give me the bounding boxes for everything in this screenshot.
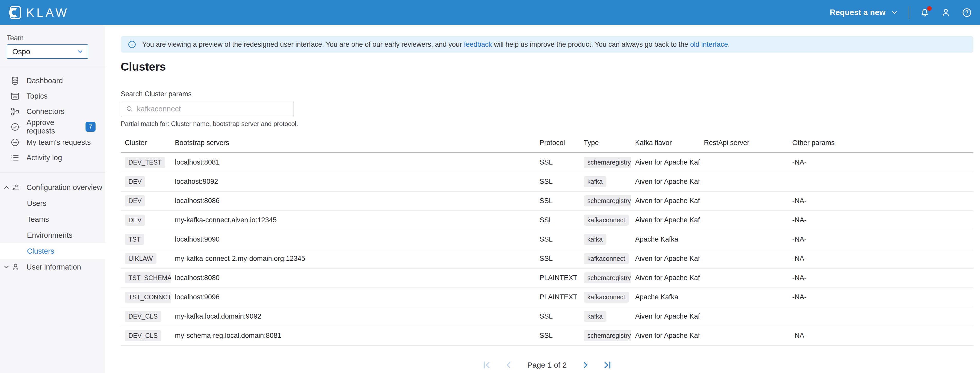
user-icon (940, 7, 951, 18)
table-row: DEVmy-kafka-connect.aiven.io:12345SSLkaf… (121, 211, 973, 230)
banner-text-after: . (728, 41, 730, 48)
table-row: UIKLAWmy-kafka-connect-2.my-domain.org:1… (121, 249, 973, 268)
page-indicator: Page 1 of 2 (527, 361, 566, 370)
previous-page-button[interactable] (504, 360, 514, 370)
klaw-logo[interactable]: KLAW (7, 5, 69, 20)
search-label: Search Cluster params (121, 90, 973, 98)
cluster-chip: UIKLAW (125, 253, 156, 264)
cell-restapi-server (700, 268, 788, 287)
chevron-down-icon (76, 48, 84, 55)
old-interface-link[interactable]: old interface (690, 41, 728, 48)
cell-protocol: SSL (535, 249, 580, 268)
cell-other-params: -NA- (788, 230, 973, 249)
team-select[interactable]: Ospo (7, 44, 88, 59)
sidebar-item-connectors[interactable]: Connectors (0, 104, 105, 119)
table-row: DEV_CLSmy-kafka.local.domain:9092SSLkafk… (121, 307, 973, 326)
cell-protocol: PLAINTEXT (535, 287, 580, 307)
cell-other-params (788, 172, 973, 191)
sidebar-item-label: Activity log (27, 154, 62, 162)
cell-kafka-flavor: Aiven for Apache Kafka (631, 211, 700, 230)
first-page-button[interactable] (482, 360, 492, 370)
cluster-chip: DEV (125, 195, 145, 206)
cell-cluster: TST_CONNCT (121, 287, 171, 307)
type-chip: kafka (584, 234, 606, 245)
sidebar-item-dashboard[interactable]: Dashboard (0, 73, 105, 88)
feedback-link[interactable]: feedback (464, 41, 492, 48)
cell-type: kafkaconnect (580, 211, 631, 230)
cell-bootstrap-servers: my-kafka-connect-2.my-domain.org:12345 (171, 249, 535, 268)
cell-cluster: DEV_TEST (121, 153, 171, 172)
request-a-new-label: Request a new (830, 8, 886, 17)
table-row: DEV_CLSmy-schema-reg.local.domain:8081SS… (121, 326, 973, 345)
cell-restapi-server (700, 287, 788, 307)
cell-other-params: -NA- (788, 249, 973, 268)
column-header-kafka-flavor: Kafka flavor (631, 135, 700, 153)
cell-bootstrap-servers: localhost:9096 (171, 287, 535, 307)
cell-bootstrap-servers: my-kafka.local.domain:9092 (171, 307, 535, 326)
cell-bootstrap-servers: my-schema-reg.local.domain:8081 (171, 326, 535, 345)
search-input[interactable] (137, 105, 289, 113)
last-page-button[interactable] (602, 360, 612, 370)
cell-type: schemaregistry (580, 268, 631, 287)
help-button[interactable] (961, 7, 972, 18)
sidebar-subitem-teams[interactable]: Teams (0, 211, 105, 227)
sidebar-group-user-information[interactable]: User information (0, 259, 105, 275)
cluster-chip: TST_SCHEMA (125, 272, 171, 284)
cell-bootstrap-servers: my-kafka-connect.aiven.io:12345 (171, 211, 535, 230)
type-chip: kafkaconnect (584, 292, 629, 303)
cell-cluster: DEV (121, 172, 171, 191)
sidebar-item-label: Approve requests (27, 118, 79, 135)
cell-type: kafka (580, 172, 631, 191)
topbar-divider (908, 6, 909, 19)
sidebar-group-configuration-overview[interactable]: Configuration overview (0, 179, 105, 195)
cell-type: kafka (580, 307, 631, 326)
cell-protocol: SSL (535, 153, 580, 172)
top-bar: KLAW Request a new (0, 0, 980, 25)
sidebar-item-activity-log[interactable]: Activity log (0, 150, 105, 165)
chevron-down-icon (891, 9, 898, 16)
klaw-logo-icon (7, 5, 22, 20)
cell-cluster: TST_SCHEMA (121, 268, 171, 287)
cell-kafka-flavor: Aiven for Apache Kafka (631, 153, 700, 172)
cell-bootstrap-servers: localhost:8081 (171, 153, 535, 172)
cell-restapi-server (700, 326, 788, 345)
column-header-other-params: Other params (788, 135, 973, 153)
preview-banner: You are viewing a preview of the redesig… (121, 36, 973, 52)
sidebar-subitem-environments[interactable]: Environments (0, 227, 105, 243)
cell-kafka-flavor: Aiven for Apache Kafka (631, 249, 700, 268)
search-box (121, 101, 294, 117)
chevron-down-icon (3, 263, 10, 271)
team-label: Team (7, 34, 99, 42)
cell-restapi-server (700, 230, 788, 249)
cell-restapi-server (700, 249, 788, 268)
cluster-chip: DEV (125, 176, 145, 187)
sidebar: Team Ospo Dashboard Topics Connectors Ap… (0, 25, 105, 373)
sidebar-item-topics[interactable]: Topics (0, 88, 105, 104)
sidebar-item-approve-requests[interactable]: Approve requests 7 (0, 119, 105, 135)
table-row: DEVlocahost:9092SSLkafkaAiven for Apache… (121, 172, 973, 191)
cell-kafka-flavor: Apache Kafka (631, 287, 700, 307)
request-a-new-button[interactable]: Request a new (830, 8, 898, 17)
type-chip: kafka (584, 176, 606, 187)
sidebar-item-my-team-s-requests[interactable]: My team's requests (0, 135, 105, 150)
type-chip: schemaregistry (584, 195, 631, 206)
cluster-chip: TST_CONNCT (125, 292, 171, 303)
cell-kafka-flavor: Aiven for Apache Kafka (631, 172, 700, 191)
column-header-bootstrap-servers: Bootstrap servers (171, 135, 535, 153)
cell-protocol: SSL (535, 230, 580, 249)
sidebar-subitem-users[interactable]: Users (0, 195, 105, 211)
cell-other-params: -NA- (788, 326, 973, 345)
team-select-value: Ospo (12, 48, 76, 56)
table-row: TST_SCHEMAlocalhost:8080PLAINTEXTschemar… (121, 268, 973, 287)
column-header-type: Type (580, 135, 631, 153)
cell-bootstrap-servers: localhost:9090 (171, 230, 535, 249)
next-page-button[interactable] (580, 360, 590, 370)
profile-button[interactable] (940, 7, 951, 18)
chevron-left-icon (504, 360, 514, 370)
cluster-chip: TST (125, 234, 144, 245)
cell-type: kafka (580, 230, 631, 249)
sidebar-item-label: Topics (27, 92, 48, 100)
cell-cluster: DEV_CLS (121, 326, 171, 345)
sidebar-subitem-clusters[interactable]: Clusters (0, 243, 105, 259)
notifications-button[interactable] (920, 7, 930, 18)
